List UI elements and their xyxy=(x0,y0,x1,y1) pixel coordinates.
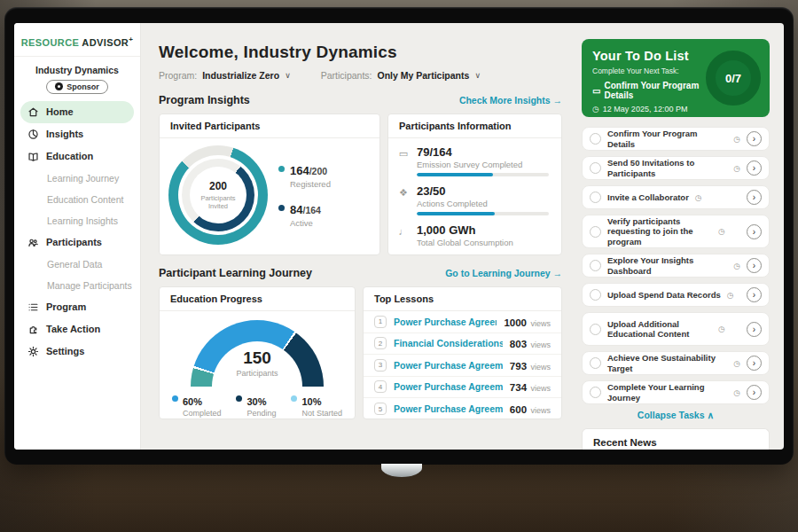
todo-panel: Your To Do List Complete Your Next Task:… xyxy=(575,23,784,450)
legend-not-started: 10% Not Started xyxy=(291,393,342,418)
sidebar-item-home[interactable]: Home xyxy=(20,101,134,123)
sidebar-item-label: Settings xyxy=(46,346,84,356)
chevron-up-icon: ∧ xyxy=(707,410,714,420)
sidebar-item-label: Program xyxy=(46,301,86,312)
sidebar-item-insights[interactable]: Insights xyxy=(14,123,140,145)
filter-bar: Program: Industrialize Zero ∨ Participan… xyxy=(159,70,562,81)
invited-participants-card: Invited Participants 200 Participants In… xyxy=(159,113,380,255)
lesson-row[interactable]: 4 Power Purchase Agreements 102 734 view… xyxy=(364,377,561,399)
lesson-row[interactable]: 3 Power Purchase Agreements 101 793 view… xyxy=(364,355,561,377)
task-go-button[interactable]: › xyxy=(747,190,762,205)
org-name: Industry Dynamics xyxy=(14,65,140,75)
task-row[interactable]: Invite a Collaborator ◷ › xyxy=(582,185,770,209)
task-checkbox[interactable] xyxy=(590,226,601,238)
lesson-row[interactable]: 5 Power Purchase Agreements 103 600 view… xyxy=(364,398,561,419)
clock-icon: ◷ xyxy=(733,262,740,270)
info-bar-fill xyxy=(417,212,495,215)
todo-progress-ring: 0/7 xyxy=(706,51,761,106)
brand-logo[interactable]: RESOURCE ADVISOR+ xyxy=(14,32,140,57)
task-row[interactable]: Verify participants requesting to join t… xyxy=(582,215,770,248)
education-icon xyxy=(27,151,39,162)
participants-information-card: Participants Information ▭ 79/164 Emissi… xyxy=(387,113,562,255)
donut-center-label: Participants Invited xyxy=(195,194,241,211)
task-checkbox[interactable] xyxy=(590,289,601,301)
legend-dot xyxy=(278,205,285,211)
participants-filter[interactable]: Participants: Only My Participants ∨ xyxy=(321,70,481,81)
task-row[interactable]: Upload Spend Data Records ◷ › xyxy=(582,283,770,307)
task-go-button[interactable]: › xyxy=(747,385,762,400)
sidebar-nav: Home Insights Education Learning Journey… xyxy=(14,101,140,363)
task-row[interactable]: Upload Additional Educational Content ◷ … xyxy=(582,312,770,346)
task-row[interactable]: Complete Your Learning Journey ◷ › xyxy=(582,380,770,404)
check-more-insights-link[interactable]: Check More Insights → xyxy=(459,95,562,106)
sidebar-item-general-data[interactable]: General Data xyxy=(14,254,140,275)
task-checkbox[interactable] xyxy=(590,192,601,203)
sidebar-item-learning-journey[interactable]: Learning Journey xyxy=(14,168,140,189)
todo-header-card: Your To Do List Complete Your Next Task:… xyxy=(582,39,770,117)
task-checkbox[interactable] xyxy=(590,387,601,398)
go-to-learning-journey-link[interactable]: Go to Learning Journey → xyxy=(445,268,562,278)
clock-icon: ◷ xyxy=(733,388,740,397)
arrow-right-icon: → xyxy=(553,268,563,278)
task-go-button[interactable]: › xyxy=(747,160,762,176)
clock-icon: ◷ xyxy=(733,359,740,368)
sidebar-item-program[interactable]: Program xyxy=(14,296,140,318)
sidebar-item-education[interactable]: Education xyxy=(14,145,140,168)
clipboard-icon: ▭ xyxy=(592,86,600,96)
card-title: Invited Participants xyxy=(160,114,379,138)
education-progress-card: Education Progress 150 Participants xyxy=(159,286,356,419)
sidebar-item-participants[interactable]: Participants xyxy=(14,231,140,254)
sidebar-item-take-action[interactable]: Take Action xyxy=(14,318,140,340)
legend-completed: 60% Completed xyxy=(172,393,222,418)
collapse-tasks-link[interactable]: Collapse Tasks ∧ xyxy=(582,410,770,420)
task-checkbox[interactable] xyxy=(590,357,601,369)
task-checkbox[interactable] xyxy=(590,162,601,174)
sidebar-item-education-content[interactable]: Education Content xyxy=(14,189,140,210)
sidebar-item-learning-insights[interactable]: Learning Insights xyxy=(14,210,140,231)
lesson-row[interactable]: 1 Power Purchase Agreements 101 1000 vie… xyxy=(364,311,561,333)
lesson-row[interactable]: 2 Financial Considerations - VPPAs 803 v… xyxy=(364,333,561,356)
gauge-center-value: 150 xyxy=(191,348,324,368)
survey-icon: ▭ xyxy=(397,145,410,176)
task-row[interactable]: Confirm Your Program Details ◷ › xyxy=(582,127,770,151)
sponsor-badge[interactable]: Sponsor xyxy=(46,80,108,94)
recent-news-title: Recent News xyxy=(593,437,758,448)
task-row[interactable]: Achieve One Sustainability Target ◷ › xyxy=(582,351,770,375)
task-checkbox[interactable] xyxy=(590,260,601,271)
sidebar-item-label: Participants xyxy=(46,237,102,247)
legend-dot xyxy=(236,395,242,402)
task-go-button[interactable]: › xyxy=(747,131,762,146)
clock-icon: ◷ xyxy=(733,164,740,173)
task-list: Confirm Your Program Details ◷ › Send 50… xyxy=(582,127,770,404)
task-checkbox[interactable] xyxy=(590,324,601,335)
invited-donut-chart: 200 Participants Invited xyxy=(168,145,268,245)
sidebar-item-label: Education xyxy=(46,151,93,161)
clock-icon: ◷ xyxy=(695,193,702,202)
clock-icon: ◷ xyxy=(718,325,725,333)
card-title: Top Lessons xyxy=(364,287,561,311)
monitor-stand xyxy=(381,464,422,477)
task-row[interactable]: Send 50 Invitations to Participants ◷ › xyxy=(582,156,770,180)
brand-secondary: ADVISOR xyxy=(82,37,129,48)
legend-dot xyxy=(291,395,297,402)
clock-icon: ◷ xyxy=(727,291,734,300)
task-go-button[interactable]: › xyxy=(747,322,762,337)
task-go-button[interactable]: › xyxy=(747,258,762,273)
legend-registered: 164/200 Registered xyxy=(278,162,331,189)
legend-dot xyxy=(278,166,285,172)
task-go-button[interactable]: › xyxy=(747,224,762,239)
donut-center-value: 200 xyxy=(209,180,227,192)
sidebar-item-manage-participants[interactable]: Manage Participants xyxy=(14,275,140,296)
stat-actions-completed: ❖ 23/50 Actions Completed xyxy=(397,184,549,215)
sidebar-item-label: Take Action xyxy=(46,324,100,334)
program-filter[interactable]: Program: Industrialize Zero ∨ xyxy=(159,70,291,81)
task-go-button[interactable]: › xyxy=(747,356,762,371)
sidebar-item-settings[interactable]: Settings xyxy=(14,340,140,363)
task-go-button[interactable]: › xyxy=(747,287,762,302)
task-row[interactable]: Explore Your Insights Dashboard ◷ › xyxy=(582,254,770,278)
clock-icon: ◷ xyxy=(733,135,740,144)
brand-primary: RESOURCE xyxy=(21,37,80,48)
task-checkbox[interactable] xyxy=(590,133,601,145)
legend-dot xyxy=(172,395,178,402)
photo-background: RESOURCE ADVISOR+ Industry Dynamics Spon… xyxy=(0,0,798,532)
